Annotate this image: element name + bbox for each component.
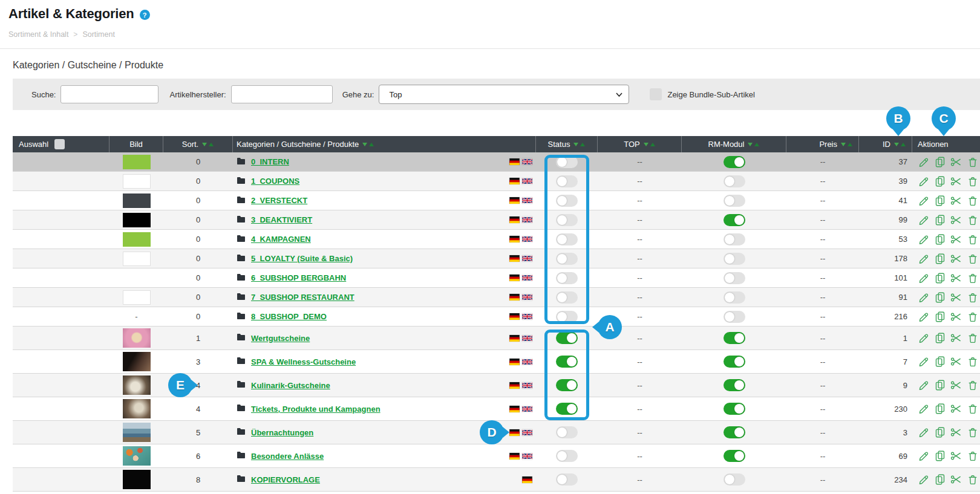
cut-icon[interactable] <box>950 403 962 415</box>
sort-arrows-icon[interactable] <box>841 143 852 146</box>
cut-icon[interactable] <box>950 272 962 284</box>
status-toggle[interactable] <box>556 426 578 438</box>
cut-icon[interactable] <box>950 427 962 438</box>
delete-icon[interactable] <box>967 214 978 226</box>
category-link[interactable]: KOPIERVORLAGE <box>251 475 320 484</box>
category-link[interactable]: Wertgutscheine <box>251 334 310 343</box>
category-link[interactable]: 5_LOYALTY (Suite & Basic) <box>251 254 353 263</box>
sort-asc-icon[interactable] <box>848 143 852 146</box>
sort-arrows-icon[interactable] <box>573 143 585 146</box>
cut-icon[interactable] <box>950 214 962 226</box>
rm-modul-toggle[interactable] <box>724 156 745 168</box>
delete-icon[interactable] <box>967 156 978 167</box>
edit-icon[interactable] <box>918 356 929 368</box>
cut-icon[interactable] <box>950 195 962 206</box>
delete-icon[interactable] <box>967 291 978 303</box>
rm-modul-toggle[interactable] <box>724 175 745 187</box>
sort-asc-icon[interactable] <box>580 143 585 146</box>
sort-asc-icon[interactable] <box>901 143 906 146</box>
status-toggle[interactable] <box>556 473 578 486</box>
edit-icon[interactable] <box>918 403 929 415</box>
rm-modul-toggle[interactable] <box>724 253 745 265</box>
rm-modul-toggle[interactable] <box>724 356 745 368</box>
delete-icon[interactable] <box>967 403 978 415</box>
copy-icon[interactable] <box>934 175 946 187</box>
category-link[interactable]: Übernachtungen <box>251 428 313 437</box>
sort-desc-icon[interactable] <box>894 143 899 146</box>
category-link[interactable]: Tickets, Produkte und Kampagnen <box>251 405 381 414</box>
sort-arrows-icon[interactable] <box>362 143 374 146</box>
edit-icon[interactable] <box>918 253 929 264</box>
delete-icon[interactable] <box>967 450 978 462</box>
delete-icon[interactable] <box>967 311 978 322</box>
column-header-id[interactable]: ID <box>859 136 912 152</box>
sort-arrows-icon[interactable] <box>748 143 759 146</box>
rm-modul-toggle[interactable] <box>724 379 745 391</box>
edit-icon[interactable] <box>918 272 929 284</box>
rm-modul-toggle[interactable] <box>724 195 745 207</box>
cut-icon[interactable] <box>950 380 962 391</box>
edit-icon[interactable] <box>918 156 929 167</box>
cut-icon[interactable] <box>950 253 962 264</box>
column-header-preis[interactable]: Preis <box>786 136 859 152</box>
sort-asc-icon[interactable] <box>650 143 655 146</box>
category-link[interactable]: 1_COUPONS <box>251 177 299 186</box>
delete-icon[interactable] <box>967 356 978 368</box>
copy-icon[interactable] <box>934 333 946 344</box>
copy-icon[interactable] <box>934 474 946 486</box>
column-header-sort[interactable]: Sort. <box>163 136 233 152</box>
delete-icon[interactable] <box>967 233 978 245</box>
rm-modul-toggle[interactable] <box>724 214 745 226</box>
edit-icon[interactable] <box>918 450 929 462</box>
copy-icon[interactable] <box>934 427 946 438</box>
search-input[interactable] <box>60 85 158 103</box>
sort-desc-icon[interactable] <box>841 143 846 146</box>
rm-modul-toggle[interactable] <box>724 450 745 462</box>
rm-modul-toggle[interactable] <box>724 426 745 438</box>
copy-icon[interactable] <box>934 356 946 368</box>
delete-icon[interactable] <box>967 333 978 344</box>
delete-icon[interactable] <box>967 272 978 284</box>
cut-icon[interactable] <box>950 291 962 303</box>
category-link[interactable]: Kulinarik-Gutscheine <box>251 381 330 390</box>
status-toggle[interactable] <box>556 450 578 462</box>
category-link[interactable]: SPA & Wellness-Gutscheine <box>251 357 356 366</box>
cut-icon[interactable] <box>950 233 962 245</box>
delete-icon[interactable] <box>967 380 978 391</box>
cut-icon[interactable] <box>950 333 962 344</box>
delete-icon[interactable] <box>967 253 978 264</box>
edit-icon[interactable] <box>918 214 929 226</box>
cut-icon[interactable] <box>950 474 962 486</box>
sort-desc-icon[interactable] <box>644 143 648 146</box>
category-link[interactable]: 8_SUBSHOP_DEMO <box>251 312 327 321</box>
column-header-auswahl[interactable]: Auswahl <box>13 136 109 152</box>
column-header-kategorien[interactable]: Kategorien / Gutscheine / Produkte <box>233 136 536 152</box>
rm-modul-toggle[interactable] <box>724 332 745 344</box>
delete-icon[interactable] <box>967 427 978 438</box>
sort-asc-icon[interactable] <box>209 143 214 146</box>
sort-desc-icon[interactable] <box>202 143 207 146</box>
copy-icon[interactable] <box>934 311 946 322</box>
cut-icon[interactable] <box>950 311 962 322</box>
rm-modul-toggle[interactable] <box>724 311 745 323</box>
rm-modul-toggle[interactable] <box>724 233 745 245</box>
bundle-sub-artikel-checkbox[interactable] <box>650 88 662 100</box>
select-all-checkbox[interactable] <box>54 139 65 149</box>
copy-icon[interactable] <box>934 403 946 415</box>
rm-modul-toggle[interactable] <box>724 403 745 415</box>
rm-modul-toggle[interactable] <box>724 272 745 284</box>
breadcrumb-item-sortiment-inhalt[interactable]: Sortiment & Inhalt <box>8 30 68 39</box>
rm-modul-toggle[interactable] <box>724 473 745 486</box>
edit-icon[interactable] <box>918 333 929 344</box>
category-link[interactable]: 2_VERSTECKT <box>251 196 307 205</box>
sort-asc-icon[interactable] <box>369 143 374 146</box>
sort-asc-icon[interactable] <box>754 143 759 146</box>
copy-icon[interactable] <box>934 272 946 284</box>
edit-icon[interactable] <box>918 474 929 486</box>
copy-icon[interactable] <box>934 195 946 206</box>
column-header-rm[interactable]: RM-Modul <box>682 136 786 152</box>
copy-icon[interactable] <box>934 253 946 264</box>
edit-icon[interactable] <box>918 175 929 187</box>
copy-icon[interactable] <box>934 214 946 226</box>
category-link[interactable]: 7_SUBSHOP RESTAURANT <box>251 293 354 302</box>
